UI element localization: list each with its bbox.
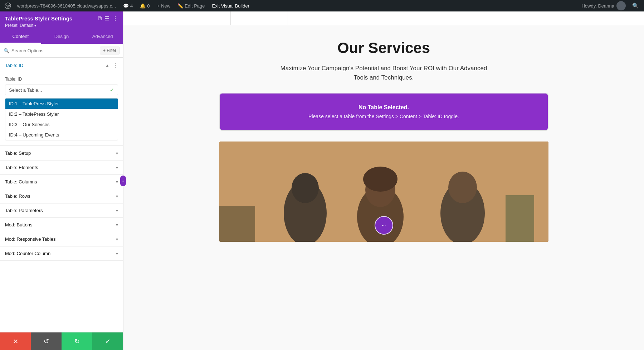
- plus-icon: +: [157, 3, 160, 9]
- accordion-title-mod-responsive: Mod: Responsive Tables: [5, 236, 55, 242]
- duplicate-icon[interactable]: ⧉: [98, 15, 102, 22]
- nav-tab-group-right: [530, 11, 644, 25]
- section-title: Our Services: [337, 39, 430, 57]
- comment-icon: 💬: [123, 3, 129, 9]
- section-subtitle: Maximize Your Campaign's Potential and B…: [277, 64, 491, 82]
- chevron-up-icon: ▲: [105, 63, 109, 68]
- dropdown-item-id2[interactable]: ID:2 – TablePress Styler: [5, 109, 118, 119]
- panel-content: Table: ID ▲ ⋮ Table: ID Select a Table..…: [0, 58, 123, 332]
- nav-tab-3[interactable]: [231, 11, 288, 25]
- panel-tabs: Content Design Advanced: [0, 30, 123, 44]
- search-icon[interactable]: 🔍: [630, 3, 641, 9]
- accordion-title-mod-counter: Mod: Counter Column: [5, 251, 50, 256]
- edit-page-button[interactable]: ✏️ Edit Page: [175, 3, 208, 9]
- bubble-count-item[interactable]: 🔔 0: [137, 3, 152, 9]
- accordion-header-table-rows[interactable]: Table: Rows ▾: [0, 189, 123, 203]
- image-section: ···: [219, 142, 548, 242]
- chevron-down-icon: ▾: [34, 24, 36, 28]
- accordion-title-mod-buttons: Mod: Buttons: [5, 222, 33, 227]
- chat-bubble-button[interactable]: ···: [375, 216, 393, 235]
- resize-handle[interactable]: ↔: [120, 176, 126, 186]
- tab-content[interactable]: Content: [0, 30, 41, 44]
- select-placeholder-row[interactable]: Select a Table... ✓: [5, 85, 118, 95]
- no-table-title: No Table Selected.: [227, 104, 541, 111]
- chevron-down-icon: ▾: [116, 179, 118, 184]
- columns-icon[interactable]: ☰: [104, 15, 109, 22]
- nav-tab-group-left: [123, 11, 288, 25]
- accordion-header-table-columns[interactable]: Table: Columns ▾: [0, 175, 123, 189]
- no-table-desc: Please select a table from the Settings …: [227, 114, 541, 119]
- panel-title: TablePress Styler Settings: [5, 15, 72, 21]
- exit-builder-button[interactable]: Exit Visual Builder: [209, 3, 253, 9]
- accordion-table-setup: Table: Setup ▾: [0, 146, 123, 160]
- left-panel: TablePress Styler Settings ⧉ ☰ ⋮ Preset:…: [0, 11, 123, 350]
- wp-admin-bar: W wordpress-784896-3610405.cloudwaysapps…: [0, 0, 644, 11]
- accordion-mod-counter: Mod: Counter Column ▾: [0, 246, 123, 261]
- save-button[interactable]: ✓: [92, 332, 123, 350]
- accordion-header-table-parameters[interactable]: Table: Parameters ▾: [0, 203, 123, 217]
- check-icon: ✓: [110, 87, 114, 93]
- table-id-label: Table: ID: [5, 77, 118, 82]
- chat-icon: ···: [382, 222, 385, 229]
- chevron-down-icon: ▾: [116, 165, 118, 170]
- accordion-mod-buttons: Mod: Buttons ▾: [0, 218, 123, 232]
- bubble-icon: 🔔: [140, 3, 146, 9]
- table-dropdown-list: ID:1 – TablePress Styler ID:2 – TablePre…: [5, 98, 118, 140]
- accordion-table-columns: Table: Columns ▾: [0, 175, 123, 189]
- panel-search-bar: 🔍 + Filter: [0, 44, 123, 58]
- panel-header: TablePress Styler Settings ⧉ ☰ ⋮ Preset:…: [0, 11, 123, 30]
- chevron-down-icon: ▾: [116, 151, 118, 156]
- accordion-header-mod-counter[interactable]: Mod: Counter Column ▾: [0, 246, 123, 260]
- right-area: Our Services Maximize Your Campaign's Po…: [123, 11, 644, 350]
- avatar: [616, 1, 626, 10]
- dropdown-item-id4[interactable]: ID:4 – Upcoming Events: [5, 130, 118, 140]
- accordion-title-table-elements: Table: Elements: [5, 165, 38, 170]
- resize-icon: ↔: [121, 179, 125, 183]
- kebab-icon[interactable]: ⋮: [112, 15, 118, 22]
- chevron-down-icon: ▾: [116, 208, 118, 213]
- right-nav: [123, 11, 644, 25]
- dropdown-item-id3[interactable]: ID:3 – Our Services: [5, 119, 118, 130]
- dropdown-item-id1[interactable]: ID:1 – TablePress Styler: [5, 99, 118, 109]
- nav-tab-2[interactable]: [152, 11, 231, 25]
- accordion-header-table-elements[interactable]: Table: Elements ▾: [0, 160, 123, 174]
- accordion-table-rows: Table: Rows ▾: [0, 189, 123, 203]
- chevron-down-icon: ▾: [116, 222, 118, 227]
- accordion-header-mod-buttons[interactable]: Mod: Buttons ▾: [0, 218, 123, 232]
- table-id-content: Table: ID Select a Table... ✓ ID:1 – Tab…: [0, 73, 123, 146]
- page-content: Our Services Maximize Your Campaign's Po…: [123, 25, 644, 350]
- wp-logo-icon[interactable]: W: [3, 1, 13, 11]
- main-area: TablePress Styler Settings ⧉ ☰ ⋮ Preset:…: [0, 11, 644, 350]
- pencil-icon: ✏️: [177, 3, 183, 9]
- search-icon: 🔍: [4, 48, 9, 53]
- tab-advanced[interactable]: Advanced: [82, 30, 123, 44]
- howdy-item[interactable]: Howdy, Deanna: [579, 1, 629, 10]
- accordion-title-table-rows: Table: Rows: [5, 193, 30, 199]
- redo-button[interactable]: ↻: [62, 332, 92, 350]
- accordion-header-mod-responsive[interactable]: Mod: Responsive Tables ▾: [0, 232, 123, 246]
- table-widget-inner: No Table Selected. Please select a table…: [220, 94, 548, 130]
- tab-design[interactable]: Design: [41, 30, 82, 44]
- select-dropdown: Select a Table... ✓: [5, 85, 118, 95]
- accordion-header-table-id[interactable]: Table: ID ▲ ⋮: [0, 58, 123, 73]
- chevron-down-icon: ▾: [116, 251, 118, 256]
- filter-button[interactable]: + Filter: [100, 47, 119, 54]
- accordion-kebab-icon[interactable]: ⋮: [112, 62, 118, 69]
- site-name[interactable]: wordpress-784896-3610405.cloudwaysapps.c…: [14, 3, 119, 9]
- chevron-down-icon: ▾: [116, 194, 118, 199]
- cafe-scene: ···: [219, 142, 548, 242]
- accordion-table-parameters: Table: Parameters ▾: [0, 203, 123, 218]
- svg-text:W: W: [6, 4, 10, 8]
- new-button[interactable]: + New: [154, 3, 174, 9]
- preset-selector[interactable]: Preset: Default ▾: [5, 23, 118, 28]
- accordion-table-elements: Table: Elements ▾: [0, 160, 123, 175]
- cancel-button[interactable]: ✕: [0, 332, 31, 350]
- nav-tab-1[interactable]: [123, 11, 152, 25]
- search-input[interactable]: [11, 48, 98, 53]
- comment-count-item[interactable]: 💬 4: [120, 3, 136, 9]
- accordion-header-table-setup[interactable]: Table: Setup ▾: [0, 146, 123, 160]
- panel-header-icons: ⧉ ☰ ⋮: [98, 15, 118, 22]
- accordion-title-table-parameters: Table: Parameters: [5, 208, 43, 213]
- reset-button[interactable]: ↺: [31, 332, 62, 350]
- accordion-title-table-id: Table: ID: [5, 63, 23, 68]
